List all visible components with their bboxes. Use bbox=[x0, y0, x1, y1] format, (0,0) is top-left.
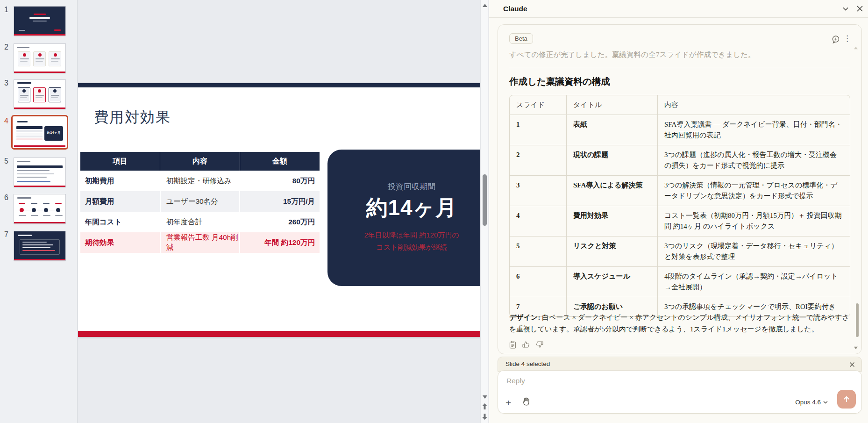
thumbnail-preview bbox=[14, 7, 65, 36]
cost-desc: 初年度合計 bbox=[160, 212, 240, 232]
cost-amount: 年間 約120万円 bbox=[240, 232, 320, 253]
claude-message-card: Beta ⋮ すべての修正が完了しました。稟議資料の全7スライドが作成できました… bbox=[498, 24, 862, 354]
slide-thumbnail-3[interactable] bbox=[14, 80, 65, 109]
column-header: スライド bbox=[509, 95, 567, 115]
slide-top-accent-bar bbox=[78, 83, 480, 87]
table-row-highlight: 期待効果 営業報告工数 月40h削減 年間 約120万円 bbox=[80, 232, 320, 253]
thumbnail-roi-box: 約14ヶ月 bbox=[44, 126, 63, 141]
canvas-scrollbar bbox=[480, 0, 488, 423]
chat-scroll-down-icon[interactable] bbox=[854, 346, 858, 350]
comment-plus-icon[interactable] bbox=[832, 35, 840, 45]
cost-item: 年間コスト bbox=[80, 212, 160, 232]
chevron-down-icon bbox=[823, 401, 828, 404]
send-arrow-icon bbox=[843, 395, 850, 403]
cost-amount: 15万円/月 bbox=[240, 191, 320, 212]
scroll-down-icon[interactable] bbox=[481, 393, 489, 401]
reply-input[interactable]: Reply + Opus 4.6 bbox=[498, 370, 862, 414]
slide-number: 4 bbox=[4, 117, 8, 125]
slide-content-cell: 4段階のタイムライン（承認→契約・設定→パイロット→全社展開） bbox=[658, 267, 850, 297]
thumbnail-preview bbox=[14, 194, 65, 223]
divider bbox=[509, 68, 850, 68]
cost-desc: 初期設定・研修込み bbox=[160, 171, 240, 191]
slide-no: 1 bbox=[509, 115, 567, 145]
slide-thumbnail-2[interactable] bbox=[14, 44, 65, 73]
cost-table: 項目 内容 金額 初期費用 初期設定・研修込み 80万円 月額費用 ユーザー30… bbox=[80, 152, 320, 253]
slide-title-cell: SFA導入による解決策 bbox=[567, 176, 658, 206]
thumbnail-preview bbox=[14, 231, 65, 260]
model-label: Opus 4.6 bbox=[795, 399, 821, 406]
thumbnail-preview: 約14ヶ月 bbox=[14, 118, 65, 147]
claude-panel: Claude Beta ⋮ すべての修正が完了しました。稟議資料の全7スライドが… bbox=[489, 0, 868, 423]
chat-scrollbar-thumb[interactable] bbox=[856, 303, 859, 337]
table-row: 5 リスクと対策 3つのリスク（現場定着・データ移行・セキュリティ）と対策を表形… bbox=[509, 237, 850, 267]
scrollbar-thumb[interactable] bbox=[483, 174, 487, 226]
hand-icon[interactable] bbox=[522, 397, 530, 408]
claude-panel-header: Claude bbox=[489, 0, 868, 18]
slide-number: 7 bbox=[4, 230, 8, 239]
table-row: 4 費用対効果 コスト一覧表（初期80万円・月額15万円）＋ 投資回収期間 約1… bbox=[509, 206, 850, 237]
thumbnail-entry-3: 3 bbox=[0, 79, 78, 112]
slide-content-cell: SFA導入稟議書 — ダークネイビー背景、日付・部門名・社内回覧用の表記 bbox=[658, 115, 850, 145]
thumbs-up-icon[interactable] bbox=[522, 341, 530, 351]
scroll-up-icon[interactable] bbox=[481, 1, 489, 9]
slide-thumbnail-5[interactable] bbox=[14, 158, 65, 187]
table-row: 6 導入スケジュール 4段階のタイムライン（承認→契約・設定→パイロット→全社展… bbox=[509, 267, 850, 297]
context-close-icon[interactable] bbox=[849, 361, 855, 369]
cost-table-header: 項目 bbox=[80, 152, 160, 171]
selected-thumbnail-border: 約14ヶ月 bbox=[11, 115, 68, 150]
roi-highlight-box: 投資回収期間 約14ヶ月 2年目以降は年間 約120万円の コスト削減効果が継続 bbox=[327, 150, 480, 286]
thumbnail-preview bbox=[14, 44, 65, 73]
next-slide-icon[interactable] bbox=[481, 412, 489, 421]
app-window: 1 2 bbox=[0, 0, 868, 423]
previous-slide-icon[interactable] bbox=[481, 402, 489, 410]
cost-item: 期待効果 bbox=[80, 232, 160, 253]
close-icon[interactable] bbox=[856, 5, 863, 14]
thumbnail-entry-2: 2 bbox=[0, 43, 78, 76]
slide-thumbnail-4[interactable]: 約14ヶ月 bbox=[14, 118, 65, 147]
slide-no: 4 bbox=[509, 206, 567, 237]
cost-amount: 80万円 bbox=[240, 171, 320, 191]
cost-table-header: 金額 bbox=[240, 152, 320, 171]
slide-number: 6 bbox=[4, 194, 8, 202]
column-header: 内容 bbox=[658, 95, 850, 115]
slide-number: 1 bbox=[4, 6, 8, 14]
slide-title-cell: 費用対効果 bbox=[567, 206, 658, 237]
slide-content-cell: 3つの解決策（情報の一元管理・プロセスの標準化・データドリブンな意思決定）をカー… bbox=[658, 176, 850, 206]
kebab-menu-icon[interactable]: ⋮ bbox=[843, 35, 851, 43]
table-row: 月額費用 ユーザー30名分 15万円/月 bbox=[80, 191, 320, 212]
slide-structure-table: スライド タイトル 内容 1 表紙 SFA導入稟議書 — ダークネイビー背景、日… bbox=[509, 95, 850, 317]
slide-title-cell: 現状の課題 bbox=[567, 145, 658, 176]
cost-desc: 営業報告工数 月40h削減 bbox=[160, 232, 240, 253]
slide-canvas[interactable]: 費用対効果 項目 内容 金額 初期費用 初期設定・研修込み 80万円 bbox=[78, 0, 480, 423]
roi-label: 投資回収期間 bbox=[327, 181, 480, 192]
slide-title-cell: 導入スケジュール bbox=[567, 267, 658, 297]
thumbnail-preview bbox=[14, 80, 65, 109]
chat-scroll-up-icon[interactable] bbox=[854, 46, 858, 50]
clipboard-icon[interactable] bbox=[509, 341, 516, 351]
slide-bottom-accent-bar bbox=[78, 331, 480, 337]
thumbnail-entry-5: 5 bbox=[0, 157, 78, 190]
table-row: 2 現状の課題 3つの課題（進捗の属人化・報告工数の増大・受注機会の損失）をカー… bbox=[509, 145, 850, 176]
thumbs-down-icon[interactable] bbox=[536, 341, 543, 351]
slide-content-cell: 3つのリスク（現場定着・データ移行・セキュリティ）と対策を表形式で整理 bbox=[658, 237, 850, 267]
plus-icon[interactable]: + bbox=[505, 398, 511, 408]
column-header: タイトル bbox=[567, 95, 658, 115]
message-actions bbox=[509, 341, 543, 351]
thumbnail-entry-4-selected: 4 約14ヶ月 bbox=[0, 117, 78, 150]
slide-no: 5 bbox=[509, 237, 567, 267]
slide-no: 2 bbox=[509, 145, 567, 176]
reply-area: Slide 4 selected Reply + Opus 4.6 bbox=[498, 357, 862, 414]
send-button[interactable] bbox=[837, 390, 856, 409]
panel-title: Claude bbox=[503, 5, 527, 13]
chevron-down-icon[interactable] bbox=[842, 5, 849, 14]
table-row: 初期費用 初期設定・研修込み 80万円 bbox=[80, 171, 320, 191]
slide-thumbnail-1[interactable] bbox=[14, 7, 65, 36]
assistant-status-text: すべての修正が完了しました。稟議資料の全7スライドが作成できました。 bbox=[509, 50, 755, 60]
slide-number: 2 bbox=[4, 43, 8, 51]
slide-thumbnail-7[interactable] bbox=[14, 231, 65, 260]
model-selector[interactable]: Opus 4.6 bbox=[795, 399, 828, 406]
slide-content-cell: コスト一覧表（初期80万円・月額15万円）＋ 投資回収期間 約14ヶ月 のハイラ… bbox=[658, 206, 850, 237]
section-heading: 作成した稟議資料の構成 bbox=[509, 75, 610, 88]
slide-thumbnail-6[interactable] bbox=[14, 194, 65, 223]
beta-badge: Beta bbox=[509, 33, 533, 44]
